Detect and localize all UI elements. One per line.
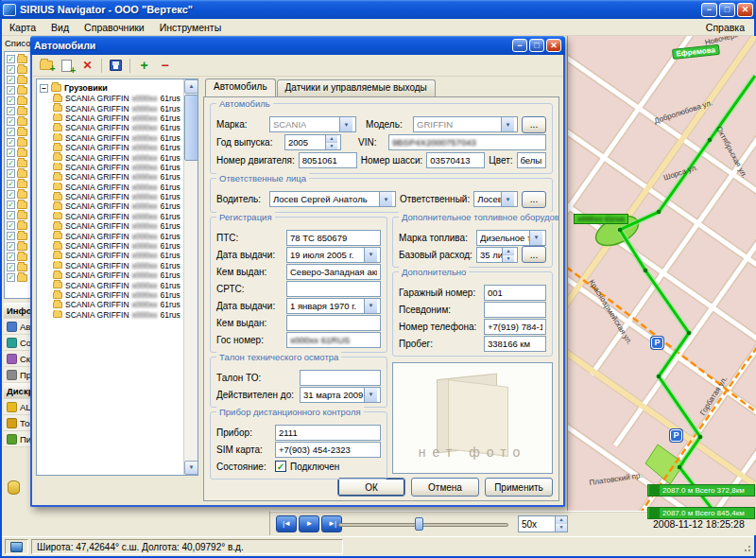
play-button[interactable]: ► [299, 515, 319, 532]
checkbox-icon[interactable]: ✓ [7, 190, 15, 199]
minimize-button[interactable]: − [701, 3, 717, 17]
timeline-slider[interactable] [338, 515, 508, 532]
tree-item-vehicle[interactable]: SCANIA GRIFFINх000хх61rus [40, 133, 182, 143]
tree-item-vehicle[interactable]: SCANIA GRIFFINх000хх61rus [40, 270, 182, 280]
checkbox-icon[interactable]: ✓ [7, 107, 15, 115]
tree-item-vehicle[interactable]: SCANIA GRIFFINх000хх61rus [40, 123, 182, 132]
checkbox-icon[interactable]: ✓ [7, 117, 15, 126]
tree-root-group[interactable]: − Грузовики [40, 82, 182, 94]
checkbox-icon[interactable]: ✓ [7, 253, 15, 261]
issued-by-field[interactable]: Северо-Западная акционерная т [286, 264, 381, 280]
menu-help[interactable]: Справка [696, 21, 754, 34]
tree-item-vehicle[interactable]: SCANIA GRIFFINх000хх61rus [40, 192, 182, 201]
model-browse-button[interactable]: ... [522, 116, 546, 133]
checkbox-icon[interactable]: ✓ [7, 86, 15, 95]
vehicle-map-badge[interactable]: х000хх 61rus [574, 214, 628, 224]
tree-item-vehicle[interactable]: SCANIA GRIFFINх000хх61rus [40, 300, 182, 309]
menu-directories[interactable]: Справочники [77, 21, 152, 34]
device-field[interactable]: 2111 [275, 425, 381, 441]
tree-item-vehicle[interactable]: SCANIA GRIFFINх000хх61rus [40, 251, 182, 260]
spin-down-icon[interactable]: ▼ [503, 255, 514, 262]
engine-field[interactable]: 8051061 [299, 152, 357, 168]
tree-item-vehicle[interactable]: SCANIA GRIFFINх000хх61rus [40, 241, 182, 251]
tree-item-vehicle[interactable]: SCANIA GRIFFINх000хх61rus [40, 280, 182, 289]
sim-field[interactable]: +7(903) 454-2323 [275, 442, 381, 458]
checkbox-icon[interactable]: ✓ [7, 201, 15, 209]
menu-view[interactable]: Вид [43, 21, 77, 34]
tree-item-vehicle[interactable]: SCANIA GRIFFINх000хх61rus [40, 231, 182, 240]
issue-date2-picker[interactable]: 1 января 1970 г.▼ [286, 298, 381, 314]
color-field[interactable]: белый [517, 152, 547, 168]
dialog-close-button[interactable]: ✕ [546, 39, 561, 52]
tree-item-vehicle[interactable]: SCANIA GRIFFINх000хх61rus [40, 201, 182, 211]
expand-all-button[interactable]: + [134, 57, 154, 75]
tree-item-vehicle[interactable]: SCANIA GRIFFINх000хх61rus [40, 310, 182, 320]
tree-item-vehicle[interactable]: SCANIA GRIFFINх000хх61rus [40, 152, 182, 162]
tree-item-vehicle[interactable]: SCANIA GRIFFINх000хх61rus [40, 163, 182, 172]
phone-field[interactable]: +7(919) 784-1502 [484, 319, 546, 335]
checkbox-icon[interactable]: ✓ [7, 55, 15, 63]
checkbox-icon[interactable]: ✓ [7, 273, 15, 282]
parking-icon[interactable]: P [670, 429, 682, 442]
plate-field[interactable]: х000хх 61RUS [286, 332, 381, 348]
person-browse-button[interactable]: ... [522, 191, 546, 208]
delete-button[interactable]: ✕ [77, 57, 97, 75]
checkbox-icon[interactable]: ✓ [7, 211, 15, 219]
checkbox-icon[interactable]: ✓ [7, 232, 15, 240]
dialog-maximize-button[interactable]: □ [529, 39, 544, 52]
srts-field[interactable] [286, 281, 381, 297]
checkbox-icon[interactable]: ✓ [7, 138, 15, 147]
add-group-button[interactable] [36, 57, 56, 75]
collapse-icon[interactable]: − [40, 84, 48, 93]
dialog-titlebar[interactable]: Автомобили − □ ✕ [30, 36, 565, 55]
parking-icon[interactable]: P [651, 337, 663, 349]
close-button[interactable]: ✕ [737, 3, 753, 17]
model-combo[interactable]: GRIFFIN▼ [413, 116, 518, 132]
checkbox-icon[interactable]: ✓ [7, 128, 15, 136]
tab-vehicle[interactable]: Автомобиль [205, 78, 276, 96]
maximize-button[interactable]: □ [719, 3, 735, 17]
dialog-minimize-button[interactable]: − [512, 39, 527, 52]
spin-down-icon[interactable]: ▼ [556, 524, 567, 532]
driver-combo[interactable]: Лосев Сергей Анатоль▼ [269, 191, 396, 207]
tree-scrollbar[interactable]: ▲ ▼ [183, 79, 198, 475]
issue-date-picker[interactable]: 19 июля 2005 г.▼ [286, 247, 381, 263]
ok-button[interactable]: ОК [337, 478, 405, 497]
checkbox-icon[interactable]: ✓ [7, 148, 15, 157]
speed-spinner[interactable]: ▲▼ [556, 515, 568, 532]
checkbox-icon[interactable]: ✓ [7, 169, 15, 178]
spin-down-icon[interactable]: ▼ [326, 143, 337, 149]
fuel-browse-button[interactable]: ... [522, 246, 546, 263]
map-panel[interactable]: х000хх 61rus P P ЕфремоваДобролюбова ул.… [567, 36, 756, 511]
checkbox-icon[interactable]: ✓ [7, 96, 15, 105]
menu-map[interactable]: Карта [2, 21, 43, 34]
spin-up-icon[interactable]: ▲ [556, 516, 567, 524]
ticket-field[interactable] [300, 370, 381, 386]
skip-back-button[interactable]: |◄ [276, 515, 297, 532]
tree-item-vehicle[interactable]: SCANIA GRIFFINх000хх61rus [40, 261, 182, 270]
tree-item-vehicle[interactable]: SCANIA GRIFFINх000хх61rus [40, 212, 182, 221]
checkbox-icon[interactable]: ✓ [7, 180, 15, 188]
save-button[interactable] [106, 57, 126, 75]
tree-item-vehicle[interactable]: SCANIA GRIFFINх000хх61rus [40, 103, 182, 113]
tree-item-vehicle[interactable]: SCANIA GRIFFINх000хх61rus [40, 143, 182, 152]
fuel-brand-combo[interactable]: Дизельное топливо▼ [476, 230, 546, 246]
slider-thumb[interactable] [415, 517, 423, 531]
issued-by2-field[interactable] [286, 315, 381, 331]
cancel-button[interactable]: Отмена [411, 478, 479, 497]
tree-item-vehicle[interactable]: SCANIA GRIFFINх000хх61rus [40, 183, 182, 192]
tree-item-vehicle[interactable]: SCANIA GRIFFINх000хх61rus [40, 94, 182, 103]
add-vehicle-button[interactable] [57, 57, 77, 75]
garage-field[interactable]: 001 [484, 285, 546, 301]
menu-tools[interactable]: Инструменты [152, 21, 229, 34]
fuel-rate-spinner[interactable]: 35 литров▲▼ [476, 247, 518, 263]
collapse-all-button[interactable]: − [155, 57, 175, 75]
tree-item-vehicle[interactable]: SCANIA GRIFFINх000хх61rus [40, 113, 182, 123]
scroll-up-icon[interactable]: ▲ [184, 79, 198, 94]
responsible-combo[interactable]: Лосев Сергей Анатоль▼ [473, 191, 518, 207]
checkbox-icon[interactable]: ✓ [7, 221, 15, 230]
tree-item-vehicle[interactable]: SCANIA GRIFFINх000хх61rus [40, 290, 182, 300]
vin-field[interactable]: 9BSP4X2000757043 [388, 134, 546, 150]
tree-item-vehicle[interactable]: SCANIA GRIFFINх000хх61rus [40, 172, 182, 182]
checkbox-icon[interactable]: ✓ [7, 242, 15, 251]
